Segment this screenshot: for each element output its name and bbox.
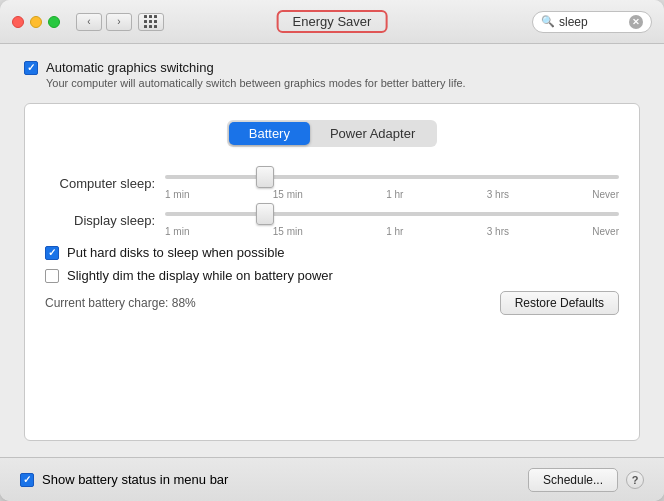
display-sleep-track — [165, 212, 619, 216]
window-title: Energy Saver — [277, 10, 388, 33]
grid-view-button[interactable] — [138, 13, 164, 31]
display-sleep-row: Display sleep: 1 min 15 min 1 hr 3 hrs N… — [45, 204, 619, 237]
checkboxes-section: ✓ Put hard disks to sleep when possible … — [45, 245, 619, 283]
display-sleep-ticks: 1 min 15 min 1 hr 3 hrs Never — [165, 226, 619, 237]
nav-buttons: ‹ › — [76, 13, 132, 31]
restore-defaults-button[interactable]: Restore Defaults — [500, 291, 619, 315]
grid-icon — [144, 15, 158, 29]
tick-15min-computer: 15 min — [273, 189, 303, 200]
forward-icon: › — [117, 16, 120, 27]
computer-sleep-label: Computer sleep: — [45, 176, 155, 191]
show-battery-checkbox[interactable]: ✓ — [20, 473, 34, 487]
auto-graphics-title: Automatic graphics switching — [46, 60, 466, 75]
checkmark-icon: ✓ — [27, 63, 35, 73]
display-sleep-track-wrapper[interactable] — [165, 204, 619, 224]
auto-graphics-row: ✓ Automatic graphics switching Your comp… — [24, 60, 640, 89]
tick-never-display: Never — [592, 226, 619, 237]
tick-1min-computer: 1 min — [165, 189, 189, 200]
settings-panel: Battery Power Adapter Computer sleep: 1 … — [24, 103, 640, 441]
search-icon: 🔍 — [541, 15, 555, 28]
tab-group: Battery Power Adapter — [227, 120, 437, 147]
auto-graphics-desc: Your computer will automatically switch … — [46, 77, 466, 89]
dim-display-checkbox[interactable] — [45, 269, 59, 283]
tick-1hr-computer: 1 hr — [386, 189, 403, 200]
show-battery-row: ✓ Show battery status in menu bar — [20, 472, 228, 487]
tab-switcher: Battery Power Adapter — [45, 120, 619, 147]
computer-sleep-track — [165, 175, 619, 179]
footer-right: Schedule... ? — [528, 468, 644, 492]
footer-bar: ✓ Show battery status in menu bar Schedu… — [0, 457, 664, 501]
computer-sleep-ticks: 1 min 15 min 1 hr 3 hrs Never — [165, 189, 619, 200]
content-area: ✓ Automatic graphics switching Your comp… — [0, 44, 664, 457]
display-sleep-slider-container: 1 min 15 min 1 hr 3 hrs Never — [165, 204, 619, 237]
tick-1min-display: 1 min — [165, 226, 189, 237]
titlebar: ‹ › Energy Saver 🔍 ✕ — [0, 0, 664, 44]
minimize-button[interactable] — [30, 16, 42, 28]
computer-sleep-row: Computer sleep: 1 min 15 min 1 hr 3 hrs … — [45, 167, 619, 200]
search-input[interactable] — [559, 15, 625, 29]
traffic-lights — [12, 16, 60, 28]
search-clear-button[interactable]: ✕ — [629, 15, 643, 29]
tick-3hrs-display: 3 hrs — [487, 226, 509, 237]
schedule-button[interactable]: Schedule... — [528, 468, 618, 492]
computer-sleep-track-wrapper[interactable] — [165, 167, 619, 187]
forward-button[interactable]: › — [106, 13, 132, 31]
search-box[interactable]: 🔍 ✕ — [532, 11, 652, 33]
tick-3hrs-computer: 3 hrs — [487, 189, 509, 200]
hard-disks-checkmark: ✓ — [48, 248, 56, 258]
display-sleep-thumb[interactable] — [256, 203, 274, 225]
display-sleep-label: Display sleep: — [45, 213, 155, 228]
show-battery-label: Show battery status in menu bar — [42, 472, 228, 487]
dim-display-row: Slightly dim the display while on batter… — [45, 268, 619, 283]
hard-disks-label: Put hard disks to sleep when possible — [67, 245, 285, 260]
help-button[interactable]: ? — [626, 471, 644, 489]
tick-never-computer: Never — [592, 189, 619, 200]
hard-disks-checkbox[interactable]: ✓ — [45, 246, 59, 260]
computer-sleep-slider-container: 1 min 15 min 1 hr 3 hrs Never — [165, 167, 619, 200]
tab-battery[interactable]: Battery — [229, 122, 310, 145]
tick-15min-display: 15 min — [273, 226, 303, 237]
show-battery-checkmark: ✓ — [23, 475, 31, 485]
main-window: ‹ › Energy Saver 🔍 ✕ ✓ — [0, 0, 664, 501]
back-button[interactable]: ‹ — [76, 13, 102, 31]
hard-disks-row: ✓ Put hard disks to sleep when possible — [45, 245, 619, 260]
bottom-bar: Current battery charge: 88% Restore Defa… — [45, 283, 619, 315]
dim-display-label: Slightly dim the display while on batter… — [67, 268, 333, 283]
tick-1hr-display: 1 hr — [386, 226, 403, 237]
auto-graphics-text: Automatic graphics switching Your comput… — [46, 60, 466, 89]
computer-sleep-thumb[interactable] — [256, 166, 274, 188]
back-icon: ‹ — [87, 16, 90, 27]
battery-charge-text: Current battery charge: 88% — [45, 296, 196, 310]
auto-graphics-checkbox[interactable]: ✓ — [24, 61, 38, 75]
tab-power-adapter[interactable]: Power Adapter — [310, 122, 435, 145]
close-button[interactable] — [12, 16, 24, 28]
title-center: Energy Saver — [277, 10, 388, 33]
maximize-button[interactable] — [48, 16, 60, 28]
